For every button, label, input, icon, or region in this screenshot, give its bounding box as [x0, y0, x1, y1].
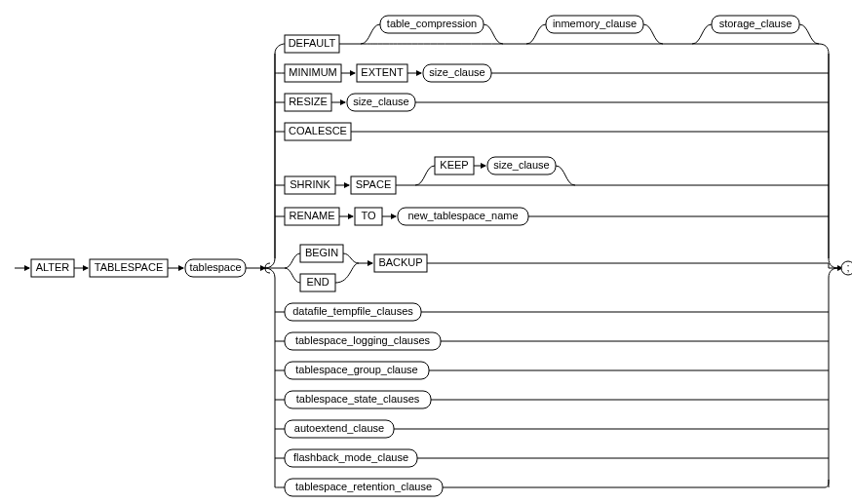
- kw-coalesce: COALESCE: [289, 125, 347, 136]
- nt-inmemory-clause: inmemory_clause: [553, 18, 637, 29]
- kw-shrink: SHRINK: [290, 178, 330, 190]
- terminator-semicolon: ;: [846, 261, 849, 273]
- nt-autoextend-clause: autoextend_clause: [294, 422, 384, 434]
- kw-alter: ALTER: [36, 261, 70, 273]
- kw-backup: BACKUP: [378, 256, 422, 268]
- railroad-diagram: ALTER TABLESPACE tablespace DEFAULT tabl…: [10, 10, 852, 504]
- nt-size-clause-3: size_clause: [493, 159, 549, 171]
- nt-datafile-tempfile-clauses: datafile_tempfile_clauses: [292, 305, 413, 317]
- nt-size-clause-1: size_clause: [429, 66, 484, 78]
- nt-tablespace-retention-clause: tablespace_retention_clause: [295, 481, 432, 492]
- nt-size-clause-2: size_clause: [353, 96, 408, 107]
- nt-flashback-mode-clause: flashback_mode_clause: [293, 451, 408, 463]
- kw-extent: EXTENT: [361, 66, 404, 78]
- nt-tablespace: tablespace: [189, 261, 241, 273]
- kw-space: SPACE: [356, 178, 391, 190]
- nt-tablespace-state-clauses: tablespace_state_clauses: [296, 393, 420, 405]
- kw-default: DEFAULT: [289, 37, 336, 49]
- kw-minimum: MINIMUM: [289, 66, 337, 78]
- kw-tablespace: TABLESPACE: [95, 261, 164, 273]
- nt-new-tablespace-name: new_tablespace_name: [407, 210, 518, 221]
- kw-begin: BEGIN: [305, 247, 338, 258]
- kw-rename: RENAME: [289, 210, 334, 221]
- kw-resize: RESIZE: [289, 96, 328, 107]
- nt-tablespace-group-clause: tablespace_group_clause: [295, 364, 417, 375]
- nt-table-compression: table_compression: [387, 18, 477, 29]
- nt-tablespace-logging-clauses: tablespace_logging_clauses: [295, 334, 431, 346]
- kw-end: END: [306, 276, 329, 288]
- kw-keep: KEEP: [440, 159, 468, 171]
- nt-storage-clause: storage_clause: [719, 18, 793, 29]
- kw-to: TO: [361, 210, 376, 221]
